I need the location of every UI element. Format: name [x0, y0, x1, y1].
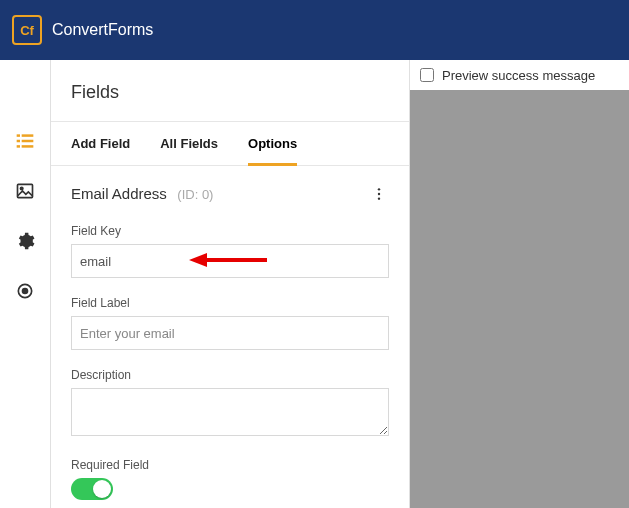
description-label: Description [71, 368, 389, 382]
fields-icon[interactable] [14, 130, 36, 152]
svg-rect-3 [22, 140, 34, 143]
tab-options[interactable]: Options [248, 122, 297, 165]
field-key-label: Field Key [71, 224, 389, 238]
app-logo: Cf [12, 15, 42, 45]
svg-rect-5 [22, 145, 34, 148]
required-group: Required Field [71, 458, 389, 500]
toggle-knob [93, 480, 111, 498]
svg-rect-6 [18, 184, 33, 197]
field-key-input[interactable] [71, 244, 389, 278]
svg-rect-4 [17, 145, 20, 148]
preview-success-label: Preview success message [442, 68, 595, 83]
side-nav [0, 60, 50, 508]
tab-add-field[interactable]: Add Field [71, 122, 130, 165]
panel-title: Fields [51, 60, 409, 121]
svg-point-10 [378, 188, 380, 190]
field-id-text: (ID: 0) [177, 187, 213, 202]
gear-icon[interactable] [14, 230, 36, 252]
field-type-title: Email Address [71, 185, 167, 202]
app-header: Cf ConvertForms [0, 0, 629, 60]
preview-panel: Preview success message [410, 60, 629, 508]
image-icon[interactable] [14, 180, 36, 202]
required-toggle[interactable] [71, 478, 113, 500]
svg-point-11 [378, 193, 380, 195]
preview-success-row: Preview success message [410, 60, 629, 90]
description-textarea[interactable] [71, 388, 389, 436]
svg-point-9 [23, 289, 28, 294]
fields-panel: Fields Add Field All Fields Options Emai… [50, 60, 410, 508]
field-label-label: Field Label [71, 296, 389, 310]
preview-success-checkbox[interactable] [420, 68, 434, 82]
required-field-label: Required Field [71, 458, 389, 472]
field-label-input[interactable] [71, 316, 389, 350]
svg-point-7 [20, 187, 23, 190]
svg-rect-2 [17, 140, 20, 143]
kebab-icon[interactable] [369, 184, 389, 204]
field-label-group: Field Label [71, 296, 389, 350]
field-key-group: Field Key [71, 224, 389, 278]
tab-all-fields[interactable]: All Fields [160, 122, 218, 165]
svg-rect-1 [22, 134, 34, 137]
target-icon[interactable] [14, 280, 36, 302]
svg-point-12 [378, 197, 380, 199]
description-group: Description [71, 368, 389, 440]
svg-rect-0 [17, 134, 20, 137]
panel-tabs: Add Field All Fields Options [51, 122, 409, 166]
app-brand-name: ConvertForms [52, 21, 153, 39]
